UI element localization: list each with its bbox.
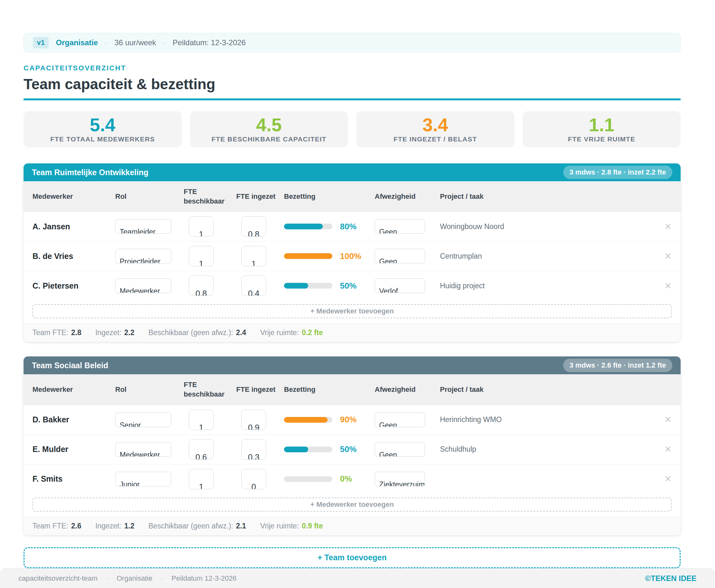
bezetting-track bbox=[284, 283, 332, 289]
medewerker-name: A. Jansen bbox=[32, 222, 115, 231]
fte-beschikbaar-input[interactable]: 0.6 bbox=[189, 439, 214, 460]
afwezigheid-input[interactable]: Ziekteverzuim bbox=[375, 472, 425, 486]
afwezigheid-input[interactable]: Geen bbox=[375, 442, 425, 457]
bezetting-cell: 50% bbox=[284, 281, 375, 291]
rol-input[interactable]: Senior bbox=[115, 413, 171, 427]
bezetting-percent: 50% bbox=[340, 281, 356, 291]
ingezet-value: 1.2 bbox=[124, 522, 134, 530]
stat-value: 4.5 bbox=[256, 115, 282, 134]
medewerker-name: E. Mulder bbox=[32, 445, 115, 454]
team-card-sociaal-beleid: Team Sociaal Beleid 3 mdws · 2.6 fte · i… bbox=[24, 356, 680, 535]
stat-cards: 5.4 FTE TOTAAL MEDEWERKERS 4.5 FTE BESCH… bbox=[24, 111, 680, 147]
page-footer: capaciteitsoverzicht-team · Organisatie … bbox=[0, 568, 715, 588]
afwezigheid-input[interactable]: Verlof bbox=[375, 278, 425, 293]
bezetting-cell: 0% bbox=[284, 474, 375, 484]
stat-value: 1.1 bbox=[589, 115, 614, 134]
bezetting-track bbox=[284, 476, 332, 482]
fte-beschikbaar-input[interactable]: 0.8 bbox=[189, 275, 214, 296]
fte-beschikbaar-input[interactable]: 1 bbox=[189, 469, 214, 489]
stat-card-vrij: 1.1 FTE VRIJE RUIMTE bbox=[523, 111, 681, 147]
team-summary-badge: 3 mdws · 2.8 fte · inzet 2.2 fte bbox=[563, 166, 672, 179]
fte-ingezet-input[interactable]: 0.3 bbox=[241, 439, 266, 460]
col-afwezigheid: Afwezigheid bbox=[375, 192, 440, 201]
footer-org: Organisatie bbox=[116, 574, 152, 583]
team-card-ruimtelijke-ontwikkeling: Team Ruimtelijke Ontwikkeling 3 mdws · 2… bbox=[24, 163, 680, 342]
separator-dot: · bbox=[161, 574, 163, 583]
col-fte-beschikbaar: FTE beschikbaar bbox=[184, 187, 227, 206]
bezetting-cell: 80% bbox=[284, 222, 375, 232]
medewerker-name: B. de Vries bbox=[32, 252, 115, 261]
delete-row-icon[interactable]: ✕ bbox=[654, 474, 672, 484]
team-fte-value: 2.6 bbox=[71, 522, 81, 530]
beschikbaar-value: 2.1 bbox=[236, 522, 246, 530]
stat-label: FTE VRIJE RUIMTE bbox=[568, 135, 635, 143]
medewerker-name: C. Pietersen bbox=[32, 281, 115, 291]
table-row: A. Jansen Teamleider 1 0.8 80% Geen Woni… bbox=[24, 211, 680, 241]
afwezigheid-input[interactable]: Geen bbox=[375, 413, 425, 427]
afwezigheid-input[interactable]: Geen bbox=[375, 249, 425, 264]
delete-row-icon[interactable]: ✕ bbox=[654, 281, 672, 291]
col-medewerker: Medewerker bbox=[32, 385, 115, 394]
fte-beschikbaar-input[interactable]: 1 bbox=[189, 216, 214, 237]
fte-ingezet-input[interactable]: 0.4 bbox=[241, 275, 266, 296]
delete-row-icon[interactable]: ✕ bbox=[654, 444, 672, 455]
fte-ingezet-input[interactable]: 1 bbox=[241, 246, 266, 266]
ingezet-value: 2.2 bbox=[124, 329, 134, 337]
fte-ingezet-input[interactable]: 0.8 bbox=[241, 216, 266, 237]
bezetting-fill bbox=[284, 417, 328, 423]
add-team-button[interactable]: + Team toevoegen bbox=[24, 547, 680, 568]
rol-input[interactable]: Teamleider bbox=[115, 219, 171, 234]
delete-row-icon[interactable]: ✕ bbox=[654, 414, 672, 425]
bezetting-percent: 100% bbox=[340, 251, 361, 261]
col-medewerker: Medewerker bbox=[32, 192, 115, 201]
delete-row-icon[interactable]: ✕ bbox=[654, 251, 672, 261]
title-underline bbox=[24, 99, 680, 100]
project-taak-text: Woningbouw Noord bbox=[440, 222, 654, 231]
stat-card-totaal: 5.4 FTE TOTAAL MEDEWERKERS bbox=[24, 111, 182, 147]
medewerker-name: D. Bakker bbox=[32, 415, 115, 424]
table-row: D. Bakker Senior 1 0.9 90% Geen Herinric… bbox=[24, 405, 680, 435]
bezetting-percent: 50% bbox=[340, 444, 356, 454]
fte-ingezet-input[interactable]: 0.9 bbox=[241, 410, 266, 430]
footer-peildatum: Peildatum 12-3-2026 bbox=[172, 574, 237, 583]
version-badge: v1 bbox=[33, 37, 49, 48]
col-rol: Rol bbox=[115, 192, 184, 201]
fte-beschikbaar-input[interactable]: 1 bbox=[189, 410, 214, 430]
col-fte-beschikbaar: FTE beschikbaar bbox=[184, 380, 227, 399]
stat-label: FTE BESCHIKBARE CAPACITEIT bbox=[211, 135, 326, 143]
bezetting-fill bbox=[284, 283, 308, 289]
rol-input[interactable]: Medewerker bbox=[115, 442, 171, 457]
add-medewerker-button[interactable]: + Medewerker toevoegen bbox=[32, 498, 672, 511]
bezetting-track bbox=[284, 417, 332, 423]
bezetting-fill bbox=[284, 253, 332, 259]
stat-value: 5.4 bbox=[90, 115, 115, 134]
fte-beschikbaar-input[interactable]: 1 bbox=[189, 246, 214, 266]
project-taak-text: Huidig project bbox=[440, 281, 654, 290]
meta-bar: v1 Organisatie · 36 uur/week · Peildatum… bbox=[24, 33, 680, 52]
fte-ingezet-input[interactable]: 0 bbox=[241, 469, 266, 489]
team-header: Team Ruimtelijke Ontwikkeling 3 mdws · 2… bbox=[24, 163, 680, 181]
peildatum-text: Peildatum: 12-3-2026 bbox=[173, 38, 245, 47]
bezetting-fill bbox=[284, 224, 323, 229]
bezetting-fill bbox=[284, 446, 308, 452]
bezetting-track bbox=[284, 253, 332, 259]
project-taak-text: Centrumplan bbox=[440, 252, 654, 260]
organisatie-link[interactable]: Organisatie bbox=[56, 38, 98, 47]
vrije-ruimte-value: 0.2 fte bbox=[302, 329, 323, 337]
rol-input[interactable]: Projectleider bbox=[115, 249, 171, 264]
rol-input[interactable]: Medewerker bbox=[115, 278, 171, 293]
stat-card-beschikbaar: 4.5 FTE BESCHIKBARE CAPACITEIT bbox=[190, 111, 348, 147]
add-medewerker-button[interactable]: + Medewerker toevoegen bbox=[32, 304, 672, 318]
delete-row-icon[interactable]: ✕ bbox=[654, 222, 672, 232]
bezetting-percent: 0% bbox=[340, 474, 352, 484]
bezetting-track bbox=[284, 224, 332, 229]
col-project-taak: Project / taak bbox=[440, 385, 654, 394]
column-header-row: Medewerker Rol FTE beschikbaar FTE ingez… bbox=[24, 374, 680, 404]
rol-input[interactable]: Junior bbox=[115, 472, 171, 486]
separator-dot: · bbox=[105, 38, 108, 47]
team-header: Team Sociaal Beleid 3 mdws · 2.6 fte · i… bbox=[24, 356, 680, 374]
stat-label: FTE INGEZET / BELAST bbox=[393, 135, 477, 143]
afwezigheid-input[interactable]: Geen bbox=[375, 219, 425, 234]
table-row: C. Pietersen Medewerker 0.8 0.4 50% Verl… bbox=[24, 271, 680, 300]
col-bezetting: Bezetting bbox=[284, 385, 375, 394]
